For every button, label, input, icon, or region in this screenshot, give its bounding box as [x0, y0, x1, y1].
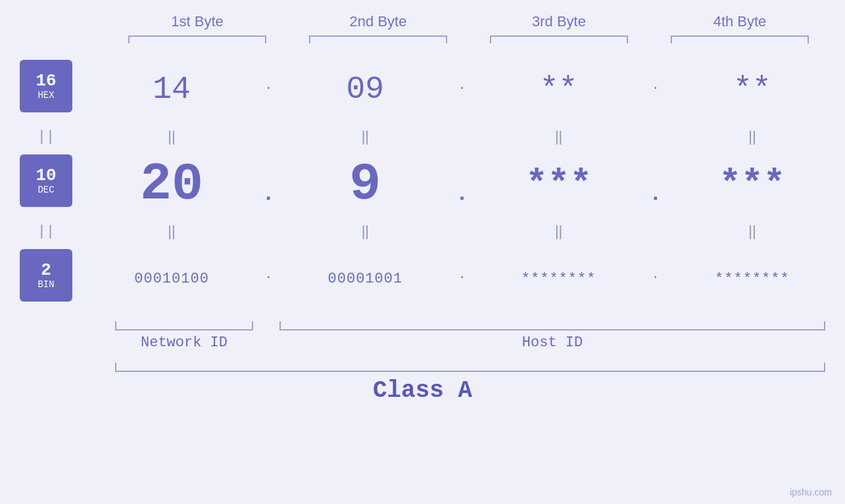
- dec-val-2: 9: [296, 154, 434, 214]
- dec-badge-slot: 10 DEC: [20, 151, 72, 217]
- class-label-row: Class A: [0, 377, 845, 404]
- bin-label: BIN: [37, 279, 54, 290]
- top-brackets: [107, 35, 831, 43]
- host-bracket: [279, 321, 825, 331]
- class-label: Class A: [373, 377, 472, 404]
- byte-headers-row: 1st Byte 2nd Byte 3rd Byte 4th Byte: [107, 13, 831, 30]
- bin-badge-slot: 2 BIN: [20, 246, 72, 311]
- id-labels: Network ID Host ID: [115, 334, 825, 351]
- bracket-top-3: [490, 35, 628, 43]
- hex-dot-1: .: [262, 80, 275, 92]
- hex-data-row: 14 . 09 . ** . **: [92, 57, 832, 122]
- byte-header-1: 1st Byte: [118, 13, 276, 30]
- eq2-1: ||: [103, 223, 241, 240]
- base-labels-column: 16 HEX || 10 DEC || 2 BIN: [0, 57, 92, 311]
- dec-dot-2: .: [455, 182, 468, 206]
- equals-1: ||: [37, 129, 55, 145]
- bin-data-row: 00010100 . 00001001 . ******** . *******…: [92, 246, 832, 311]
- dec-val-4: ***: [683, 163, 821, 205]
- bin-val-2: 00001001: [296, 271, 434, 287]
- network-bracket: [115, 321, 253, 331]
- hex-val-1: 14: [103, 72, 241, 107]
- bracket-gap: [253, 321, 279, 331]
- hex-badge: 16 HEX: [20, 60, 72, 112]
- dec-badge: 10 DEC: [20, 154, 72, 207]
- bin-val-3: ********: [490, 271, 628, 287]
- eq1-1: ||: [103, 128, 241, 145]
- rows-wrapper: 16 HEX || 10 DEC || 2 BIN: [0, 57, 845, 311]
- bracket-top-1: [128, 35, 266, 43]
- network-id-label: Network ID: [115, 334, 253, 351]
- bin-val-1: 00010100: [103, 271, 241, 287]
- bottom-brackets-container: [115, 321, 825, 331]
- dec-val-1: 20: [103, 154, 241, 214]
- eq-slot-1: ||: [37, 122, 55, 151]
- dec-dot-3: .: [649, 182, 662, 206]
- hex-label: HEX: [37, 90, 54, 101]
- eq2-4: ||: [683, 223, 821, 240]
- byte-header-4: 4th Byte: [661, 13, 819, 30]
- eq-row-1: || || || ||: [92, 122, 832, 151]
- equals-2: ||: [37, 223, 55, 240]
- hex-val-3: **: [490, 72, 628, 107]
- dec-label: DEC: [37, 185, 54, 195]
- bin-dot-1: .: [262, 269, 275, 281]
- bin-val-4: ********: [683, 271, 821, 287]
- byte-header-3: 3rd Byte: [480, 13, 638, 30]
- dec-dot-1: .: [262, 182, 275, 206]
- hex-number: 16: [36, 72, 56, 91]
- full-bracket: [115, 363, 825, 372]
- bottom-section: Network ID Host ID Class A: [0, 318, 845, 404]
- dec-val-3: ***: [490, 163, 628, 205]
- eq-row-2: || || || ||: [92, 217, 832, 246]
- eq-slot-2: ||: [37, 217, 55, 246]
- eq2-2: ||: [296, 223, 434, 240]
- host-id-label: Host ID: [279, 334, 825, 351]
- eq1-3: ||: [490, 128, 628, 145]
- hex-dot-3: .: [649, 80, 662, 92]
- bin-number: 2: [41, 261, 51, 280]
- main-container: 1st Byte 2nd Byte 3rd Byte 4th Byte 16 H…: [0, 0, 845, 504]
- bin-dot-3: .: [649, 269, 662, 281]
- bracket-top-4: [671, 35, 809, 43]
- hex-val-2: 09: [296, 72, 434, 107]
- hex-badge-slot: 16 HEX: [20, 57, 72, 122]
- eq2-3: ||: [490, 223, 628, 240]
- hex-dot-2: .: [455, 80, 468, 92]
- watermark: ipshu.com: [790, 487, 832, 497]
- eq1-4: ||: [683, 128, 821, 145]
- eq1-2: ||: [296, 128, 434, 145]
- bracket-top-2: [309, 35, 447, 43]
- data-column: 14 . 09 . ** . ** || || || || 20: [92, 57, 845, 311]
- bin-badge: 2 BIN: [20, 249, 72, 302]
- full-bracket-container: [115, 363, 825, 372]
- dec-data-row: 20 . 9 . *** . ***: [92, 151, 832, 217]
- bin-dot-2: .: [455, 269, 468, 281]
- byte-header-2: 2nd Byte: [299, 13, 457, 30]
- dec-number: 10: [36, 166, 56, 185]
- hex-val-4: **: [683, 72, 821, 107]
